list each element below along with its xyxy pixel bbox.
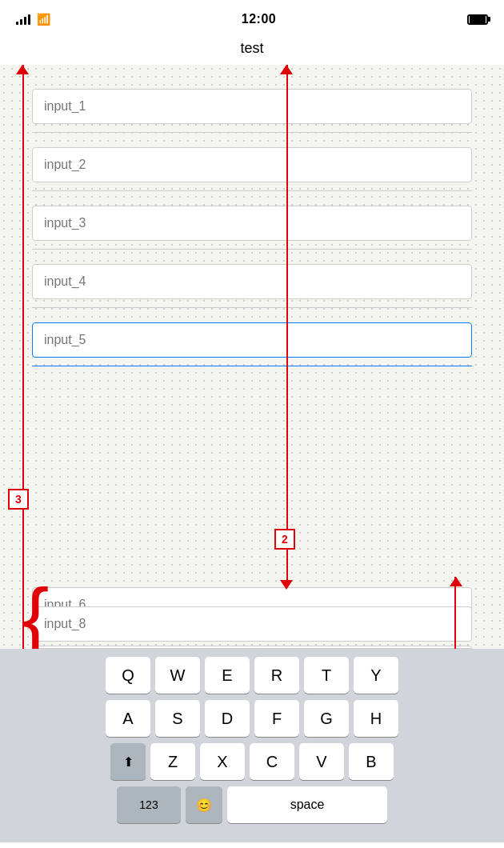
battery-icon xyxy=(467,14,488,25)
arrow-tip-top-left xyxy=(16,65,29,74)
wifi-icon: 📶 xyxy=(37,13,50,26)
key-f[interactable]: F xyxy=(254,700,299,737)
annotation-vline-center xyxy=(286,65,288,585)
keyboard-row-2: A S D F G H xyxy=(3,700,501,737)
page-title: test xyxy=(0,35,504,65)
key-h[interactable]: H xyxy=(354,700,398,737)
key-space[interactable]: space xyxy=(227,786,387,823)
key-emoji[interactable]: 😊 xyxy=(186,786,222,823)
status-left: 📶 xyxy=(16,13,50,26)
status-time: 12:00 xyxy=(242,12,276,26)
key-v[interactable]: V xyxy=(299,743,344,780)
status-bar: 📶 12:00 xyxy=(0,0,504,35)
keyboard-row-1: Q W E R T Y U xyxy=(3,657,501,694)
brace-icon: { xyxy=(22,577,49,657)
arrow-tip-bottom-center xyxy=(280,580,293,590)
key-g[interactable]: G xyxy=(304,700,349,737)
key-e[interactable]: E xyxy=(205,657,250,694)
keyboard[interactable]: Q W E R T Y U A S D F G H ⬆ Z X C V B 12… xyxy=(0,649,504,842)
arrow-tip-delta-up xyxy=(450,577,462,586)
input-row-5 xyxy=(32,308,472,366)
input-5[interactable] xyxy=(32,322,472,358)
input-row-2 xyxy=(32,133,472,191)
input-4[interactable] xyxy=(32,264,472,299)
key-c[interactable]: C xyxy=(250,743,294,780)
keyboard-row-3: ⬆ Z X C V B xyxy=(3,743,501,780)
key-b[interactable]: B xyxy=(349,743,394,780)
keyboard-row-4: 123 😊 space xyxy=(3,786,501,823)
input-container xyxy=(0,65,504,366)
annotation-label-3: 3 xyxy=(8,489,29,510)
input-row-3 xyxy=(32,191,472,250)
input-2[interactable] xyxy=(32,147,472,182)
key-w[interactable]: W xyxy=(155,657,200,694)
key-s[interactable]: S xyxy=(155,700,200,737)
input-3[interactable] xyxy=(32,206,472,241)
input-row-4 xyxy=(32,250,472,308)
key-q[interactable]: Q xyxy=(106,657,150,694)
key-x[interactable]: X xyxy=(200,743,245,780)
arrow-tip-top-center xyxy=(280,65,293,74)
key-t[interactable]: T xyxy=(304,657,349,694)
input-8[interactable] xyxy=(32,606,472,642)
input-row-8 xyxy=(32,606,472,649)
key-r[interactable]: R xyxy=(254,657,299,694)
annotation-label-2: 2 xyxy=(274,529,295,550)
key-d[interactable]: D xyxy=(205,700,250,737)
key-z[interactable]: Z xyxy=(150,743,195,780)
content-area: 3 2 { delta 1 Q W E xyxy=(0,65,504,842)
key-123[interactable]: 123 xyxy=(117,786,181,823)
key-shift[interactable]: ⬆ xyxy=(110,743,146,780)
signal-bars-icon xyxy=(16,14,30,25)
input-row-1 xyxy=(32,65,472,133)
key-a[interactable]: A xyxy=(106,700,150,737)
key-y[interactable]: Y xyxy=(354,657,398,694)
input-1[interactable] xyxy=(32,89,472,124)
status-right xyxy=(467,14,488,25)
